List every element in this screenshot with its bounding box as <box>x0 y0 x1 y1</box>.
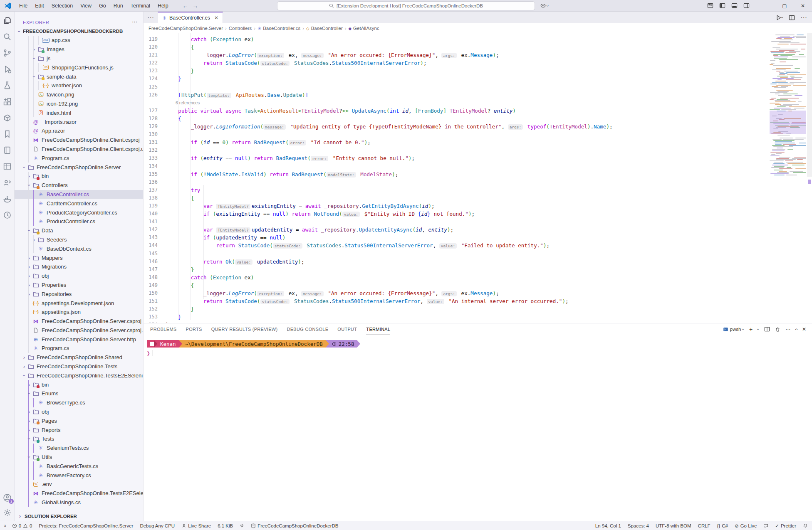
command-center-search[interactable]: [Extension Development Host] FreeCodeCam… <box>277 1 535 10</box>
tree-item-appsettings-development-json[interactable]: {··}appsettings.Development.json <box>15 298 143 308</box>
chevron-down-icon[interactable]: › <box>26 227 32 234</box>
new-terminal-dropdown-icon[interactable]: › <box>756 328 761 330</box>
breadcrumb-item[interactable]: Controllers <box>229 26 252 31</box>
tree-item-js[interactable]: ›js <box>15 54 143 63</box>
chevron-right-icon[interactable]: › <box>26 291 32 297</box>
toggle-sidebar-icon[interactable] <box>719 2 725 9</box>
tree-item-weather-json[interactable]: {··}weather.json <box>15 81 143 90</box>
chevron-down-icon[interactable]: › <box>26 390 32 397</box>
tree-item-icon-192-png[interactable]: icon-192.png <box>15 99 143 108</box>
tree-item-browserfactory-cs[interactable]: ✳BrowserFactory.cs <box>15 471 143 480</box>
chevron-right-icon[interactable]: › <box>26 173 32 179</box>
tree-item-basedbcontext-cs[interactable]: ✳BaseDbContext.cs <box>15 244 143 253</box>
menu-item-help[interactable]: Help <box>154 2 172 10</box>
tree-item-productcontroller-cs[interactable]: ✳ProductController.cs <box>15 217 143 226</box>
run-debug-icon[interactable] <box>2 64 12 74</box>
tree-item-obj[interactable]: ›obj <box>15 407 143 417</box>
chevron-down-icon[interactable]: › <box>31 55 37 62</box>
minimize-button[interactable]: ─ <box>757 0 775 11</box>
tree-item-bin[interactable]: ›bin <box>15 380 143 389</box>
tree-item-seleniumtests-cs[interactable]: ✳SeleniumTests.cs <box>15 444 143 453</box>
notifications-status[interactable] <box>803 523 808 528</box>
chevron-right-icon[interactable]: › <box>26 282 32 288</box>
solution-explorer-section[interactable]: › SOLUTION EXPLORER <box>15 511 143 521</box>
chevron-down-icon[interactable]: › <box>21 164 27 170</box>
back-icon[interactable]: ← <box>183 2 188 9</box>
feedback-status[interactable] <box>763 523 768 528</box>
menu-item-edit[interactable]: Edit <box>32 2 47 10</box>
chevron-right-icon[interactable]: › <box>26 255 32 261</box>
split-editor-icon[interactable] <box>789 15 795 21</box>
encoding-status[interactable]: UTF-8 with BOM <box>656 523 691 528</box>
live-share-status[interactable]: Live Share <box>181 523 211 528</box>
menu-item-view[interactable]: View <box>77 2 95 10</box>
database-status[interactable]: FreeCodeCampShopOnlineDockerDB <box>251 523 338 528</box>
tree-item-shoppingcartfunctions-js[interactable]: JSShoppingCartFunctions.js <box>15 63 143 72</box>
maximize-button[interactable]: ▢ <box>775 0 794 11</box>
source-control-icon[interactable] <box>2 48 12 58</box>
tree-item-bin[interactable]: ›bin <box>15 172 143 181</box>
forward-icon[interactable]: → <box>193 2 198 9</box>
tree-item-data[interactable]: ›Data <box>15 226 143 235</box>
tree-item--env[interactable]: %.env <box>15 480 143 489</box>
docker-icon[interactable] <box>2 194 12 204</box>
search-icon[interactable] <box>2 32 12 42</box>
chevron-right-icon[interactable]: › <box>26 382 32 388</box>
tree-item-index-html[interactable]: 5index.html <box>15 108 143 117</box>
chevron-right-icon[interactable]: › <box>26 409 32 415</box>
explorer-more-actions-icon[interactable]: ⋯ <box>132 19 137 25</box>
chevron-right-icon[interactable]: › <box>31 237 37 243</box>
tree-item-seeders[interactable]: ›Seeders <box>15 235 143 244</box>
notebook-icon[interactable] <box>2 145 12 155</box>
menu-item-go[interactable]: Go <box>96 2 109 10</box>
breadcrumb-item[interactable]: ◆GetAllAsync <box>348 26 379 31</box>
chevron-down-icon[interactable]: › <box>26 454 32 460</box>
chevron-right-icon[interactable]: › <box>26 264 32 270</box>
remote-indicator[interactable]: ›‹ <box>4 523 5 528</box>
code-editor[interactable]: 119 catch (Exception ex)120 {121 _logger… <box>144 33 812 323</box>
extensions-icon[interactable] <box>2 96 12 106</box>
tabbar-more-icon[interactable]: ⋯ <box>144 12 158 23</box>
editor-more-actions-icon[interactable]: ⋯ <box>800 14 807 22</box>
tree-item-freecodecampshoponline-client-csproj[interactable]: ⋈FreeCodeCampShopOnline.Client.csproj <box>15 136 143 145</box>
tab-basecontroller[interactable]: ✳ BaseController.cs ✕ <box>158 12 223 23</box>
tree-item--imports-razor[interactable]: @_Imports.razor <box>15 117 143 126</box>
tab-close-icon[interactable]: ✕ <box>214 15 218 21</box>
chevron-down-icon[interactable]: › <box>21 372 27 379</box>
kill-terminal-icon[interactable] <box>775 327 780 332</box>
language-mode-status[interactable]: {} C# <box>717 523 728 528</box>
history-icon[interactable] <box>2 210 12 220</box>
editor-scrollbar[interactable] <box>807 33 812 177</box>
new-terminal-button[interactable]: + <box>749 326 753 333</box>
indentation-status[interactable]: Spaces: 4 <box>628 523 649 528</box>
tree-item-freecodecampshoponline-client-csproj-user[interactable]: FreeCodeCampShopOnline.Client.csproj.use… <box>15 145 143 154</box>
tree-item-sample-data[interactable]: ›sample-data <box>15 72 143 81</box>
problems-status[interactable]: 0 0 <box>12 523 32 528</box>
chevron-right-icon[interactable]: › <box>21 354 27 360</box>
eol-status[interactable]: CRLF <box>698 523 710 528</box>
containers-icon[interactable] <box>2 113 12 123</box>
tree-item-freecodecampshoponline-tests[interactable]: ›FreeCodeCampShopOnline.Tests <box>15 362 143 371</box>
debug-config-status[interactable]: Debug Any CPU <box>140 523 175 528</box>
tree-item-browsertype-cs[interactable]: ✳BrowserType.cs <box>15 398 143 407</box>
panel-more-actions-icon[interactable]: ⋯ <box>785 326 790 332</box>
tree-item-app-css[interactable]: cssapp.css <box>15 36 143 45</box>
minimap[interactable] <box>770 33 806 216</box>
tree-item-program-cs[interactable]: ✳Program.cs <box>15 153 143 163</box>
tree-item-pages[interactable]: ›Pages <box>15 416 143 425</box>
attach-status[interactable] <box>240 523 244 528</box>
chevron-right-icon[interactable]: › <box>26 418 32 424</box>
close-button[interactable]: ✕ <box>794 0 812 11</box>
tree-item-favicon-png[interactable]: favicon.png <box>15 90 143 99</box>
testing-icon[interactable] <box>2 80 12 90</box>
menu-item-run[interactable]: Run <box>110 2 126 10</box>
terminal[interactable]: Kenan ~\Development\FreeCodeCampShopOnli… <box>144 335 812 521</box>
codelens-references[interactable]: 6 references <box>176 99 812 107</box>
chevron-right-icon[interactable]: › <box>26 273 32 279</box>
tree-item-freecodecampshoponline-testse2eselenium[interactable]: ›FreeCodeCampShopOnline.TestsE2ESelenium <box>15 371 143 380</box>
chevron-down-icon[interactable]: › <box>26 182 32 188</box>
bookmarks-icon[interactable] <box>2 129 12 139</box>
breadcrumb-item[interactable]: ✳BaseController.cs <box>257 26 300 31</box>
tree-item-program-cs[interactable]: ✳Program.cs <box>15 344 143 353</box>
menu-item-file[interactable]: File <box>16 2 31 10</box>
